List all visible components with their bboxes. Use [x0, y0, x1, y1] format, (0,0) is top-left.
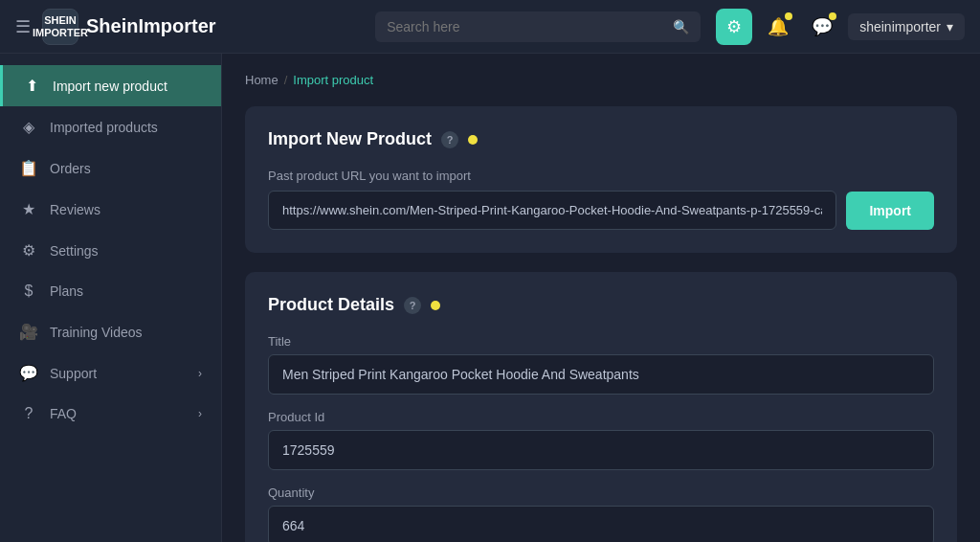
sidebar-item-import-new-product[interactable]: ⬆ Import new product: [0, 65, 221, 106]
sidebar-item-settings[interactable]: ⚙ Settings: [0, 230, 221, 271]
box-icon: ◈: [19, 118, 38, 136]
chevron-right-icon: ›: [198, 367, 202, 380]
title-field-group: Title: [268, 334, 934, 395]
sidebar-item-orders[interactable]: 📋 Orders: [0, 147, 221, 189]
sidebar-item-faq[interactable]: ? FAQ ›: [0, 394, 221, 434]
search-bar[interactable]: 🔍: [375, 11, 701, 42]
url-row: Import: [268, 191, 934, 230]
chat-badge: [829, 12, 836, 20]
logo-area: ☰ SHEIN IMPORTER SheinImporter: [15, 9, 216, 45]
breadcrumb-home[interactable]: Home: [245, 73, 278, 87]
sidebar-item-label: Orders: [50, 161, 91, 176]
settings-icon: ⚙: [19, 241, 38, 260]
app-layout: ⬆ Import new product ◈ Imported products…: [0, 54, 980, 542]
app-title: SheinImporter: [86, 15, 216, 37]
import-card-title: Import New Product ?: [268, 129, 934, 149]
bell-badge: [785, 12, 792, 20]
sidebar-item-reviews[interactable]: ★ Reviews: [0, 189, 221, 230]
orders-icon: 📋: [19, 159, 38, 177]
sidebar-item-label: Imported products: [50, 120, 158, 135]
import-card: Import New Product ? Past product URL yo…: [245, 106, 957, 253]
chat-icon-btn[interactable]: 💬: [804, 9, 840, 45]
title-input[interactable]: [268, 354, 934, 395]
chevron-down-icon: ▾: [947, 19, 953, 34]
sidebar-item-imported-products[interactable]: ◈ Imported products: [0, 106, 221, 147]
sidebar-item-label: Support: [50, 366, 97, 381]
search-icon: 🔍: [673, 19, 689, 34]
app-header: ☰ SHEIN IMPORTER SheinImporter 🔍 ⚙ 🔔 💬 s…: [0, 0, 980, 54]
upload-icon: ⬆: [22, 77, 41, 95]
user-menu[interactable]: sheinimporter ▾: [848, 13, 965, 40]
quantity-input[interactable]: [268, 506, 934, 542]
sidebar-item-training-videos[interactable]: 🎥 Training Videos: [0, 311, 221, 352]
breadcrumb-separator: /: [284, 73, 288, 87]
menu-icon[interactable]: ☰: [15, 16, 31, 37]
title-label: Title: [268, 334, 934, 349]
product-id-label: Product Id: [268, 410, 934, 424]
breadcrumb-current: Import product: [293, 73, 373, 87]
sidebar-item-support[interactable]: 💬 Support ›: [0, 352, 221, 394]
product-details-card: Product Details ? Title Product Id Quant…: [245, 272, 957, 542]
sidebar-item-label: Settings: [50, 243, 99, 259]
quantity-label: Quantity: [268, 486, 934, 500]
sidebar-item-label: FAQ: [50, 406, 77, 421]
product-details-status-dot: [431, 301, 440, 310]
dollar-icon: $: [19, 282, 38, 300]
product-details-help-icon[interactable]: ?: [404, 297, 421, 314]
video-icon: 🎥: [19, 323, 38, 341]
faq-icon: ?: [19, 405, 38, 422]
import-button[interactable]: Import: [846, 192, 934, 230]
product-details-title: Product Details ?: [268, 295, 934, 315]
settings-icon-btn[interactable]: ⚙: [716, 9, 752, 45]
url-input-label: Past product URL you want to import: [268, 169, 934, 183]
product-id-field-group: Product Id: [268, 410, 934, 470]
import-help-icon[interactable]: ?: [441, 131, 458, 148]
search-input[interactable]: [387, 11, 673, 42]
sidebar: ⬆ Import new product ◈ Imported products…: [0, 54, 222, 542]
header-icons: ⚙ 🔔 💬 sheinimporter ▾: [716, 9, 965, 45]
url-input[interactable]: [268, 191, 836, 230]
product-id-input[interactable]: [268, 430, 934, 470]
sidebar-item-label: Training Videos: [50, 325, 143, 340]
sidebar-item-plans[interactable]: $ Plans: [0, 271, 221, 311]
breadcrumb: Home / Import product: [245, 73, 957, 87]
gear-icon: ⚙: [726, 16, 742, 37]
sidebar-item-label: Reviews: [50, 202, 100, 217]
sidebar-item-label: Plans: [50, 283, 83, 299]
main-content: Home / Import product Import New Product…: [222, 54, 980, 542]
notifications-icon-btn[interactable]: 🔔: [760, 9, 796, 45]
star-icon: ★: [19, 200, 38, 218]
username: sheinimporter: [859, 19, 941, 34]
sidebar-item-label: Import new product: [53, 79, 167, 94]
logo-box: SHEIN IMPORTER: [42, 9, 78, 45]
quantity-field-group: Quantity: [268, 486, 934, 542]
support-icon: 💬: [19, 364, 38, 382]
chevron-right-icon: ›: [198, 407, 202, 420]
import-status-dot: [468, 135, 478, 145]
